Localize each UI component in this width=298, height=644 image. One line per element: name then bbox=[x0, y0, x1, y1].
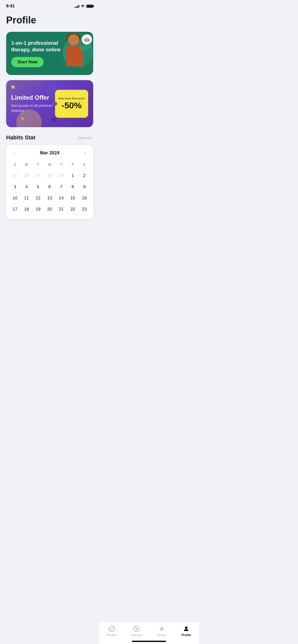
offer-content: Limited Offer Get access to all premium … bbox=[11, 94, 55, 113]
table-row[interactable]: 2 bbox=[79, 170, 90, 181]
discount-amount: -50% bbox=[61, 100, 82, 110]
table-row[interactable]: 3 bbox=[9, 181, 21, 193]
calendar-days: 25 26 27 28 29 1 2 3 4 5 6 7 8 9 10 11 1… bbox=[9, 170, 90, 215]
status-time: 9:41 bbox=[6, 4, 15, 9]
confetti-dot-3 bbox=[52, 118, 57, 122]
table-row[interactable]: 15 bbox=[67, 193, 78, 204]
weekday-wed: W bbox=[44, 161, 55, 168]
calendar-card: ‹ Mar 2024 › S M T W T F S 25 26 27 28 2… bbox=[6, 145, 93, 219]
table-row[interactable]: 28 bbox=[44, 170, 55, 181]
table-row[interactable]: 8 bbox=[67, 181, 78, 193]
confetti-dot-4 bbox=[21, 117, 24, 120]
table-row[interactable]: 23 bbox=[79, 204, 90, 215]
therapy-banner-content: 1-on-1 professional therapy, done online… bbox=[6, 34, 93, 73]
offer-banner[interactable]: Limited Offer Get access to all premium … bbox=[6, 80, 93, 127]
table-row[interactable]: 6 bbox=[44, 181, 55, 193]
therapy-text: 1-on-1 professional therapy, done online bbox=[11, 40, 62, 53]
confetti-dot-1 bbox=[11, 85, 15, 89]
new-user-label: New User Discount! bbox=[58, 97, 85, 100]
calendar-weekdays: S M T W T F S bbox=[9, 161, 90, 168]
calendar-month-year: Mar 2024 bbox=[40, 150, 59, 156]
table-row[interactable]: 21 bbox=[56, 204, 67, 215]
table-row[interactable]: 12 bbox=[32, 193, 44, 204]
table-row[interactable]: 25 bbox=[9, 170, 21, 181]
table-row[interactable]: 7 bbox=[56, 181, 67, 193]
table-row[interactable]: 1 bbox=[67, 170, 78, 181]
wifi-icon bbox=[81, 4, 85, 8]
table-row[interactable]: 5 bbox=[32, 181, 44, 193]
chevron-right-icon: › bbox=[92, 136, 93, 140]
table-row[interactable]: 4 bbox=[21, 181, 32, 193]
table-row[interactable]: 11 bbox=[21, 193, 32, 204]
table-row[interactable]: 9 bbox=[79, 181, 90, 193]
therapy-banner[interactable]: 1-on-1 professional therapy, done online… bbox=[6, 32, 93, 75]
weekday-thu: T bbox=[56, 161, 67, 168]
table-row[interactable]: 19 bbox=[32, 204, 44, 215]
offer-description: Get access to all premium features bbox=[11, 103, 55, 113]
table-row[interactable]: 10 bbox=[9, 193, 21, 204]
signal-icon bbox=[75, 5, 79, 8]
calendar-next-button[interactable]: › bbox=[82, 149, 88, 157]
calendar-prev-button[interactable]: ‹ bbox=[11, 149, 17, 157]
table-row[interactable]: 29 bbox=[56, 170, 67, 181]
offer-title: Limited Offer bbox=[11, 94, 55, 101]
battery-icon bbox=[86, 5, 93, 8]
table-row[interactable]: 14 bbox=[56, 193, 67, 204]
table-row[interactable]: 16 bbox=[79, 193, 90, 204]
table-row[interactable]: 27 bbox=[32, 170, 44, 181]
status-icons bbox=[75, 4, 93, 8]
table-row[interactable]: 22 bbox=[67, 204, 78, 215]
status-bar: 9:41 bbox=[0, 0, 99, 11]
table-row[interactable]: 20 bbox=[44, 204, 55, 215]
discount-ticket[interactable]: New User Discount! -50% bbox=[55, 90, 88, 118]
weekday-tue: T bbox=[32, 161, 44, 168]
hand-icon bbox=[80, 45, 93, 57]
start-now-button[interactable]: Start Now bbox=[11, 57, 44, 67]
calendar-header: ‹ Mar 2024 › bbox=[9, 149, 90, 157]
main-content: Profile 1-on-1 professional therapy, don… bbox=[0, 11, 99, 244]
page-title: Profile bbox=[6, 15, 93, 26]
weekday-sat: S bbox=[79, 161, 90, 168]
table-row[interactable]: 13 bbox=[44, 193, 55, 204]
weekday-sun: S bbox=[9, 161, 21, 168]
table-row[interactable]: 18 bbox=[21, 204, 32, 215]
table-row[interactable]: 17 bbox=[9, 204, 21, 215]
table-row[interactable]: 26 bbox=[21, 170, 32, 181]
weekday-mon: M bbox=[21, 161, 32, 168]
habits-section-header: Habits Stat View All › bbox=[6, 134, 93, 141]
weekday-fri: F bbox=[67, 161, 78, 168]
habits-stat-title: Habits Stat bbox=[6, 134, 35, 141]
view-all-button[interactable]: View All › bbox=[78, 136, 93, 140]
